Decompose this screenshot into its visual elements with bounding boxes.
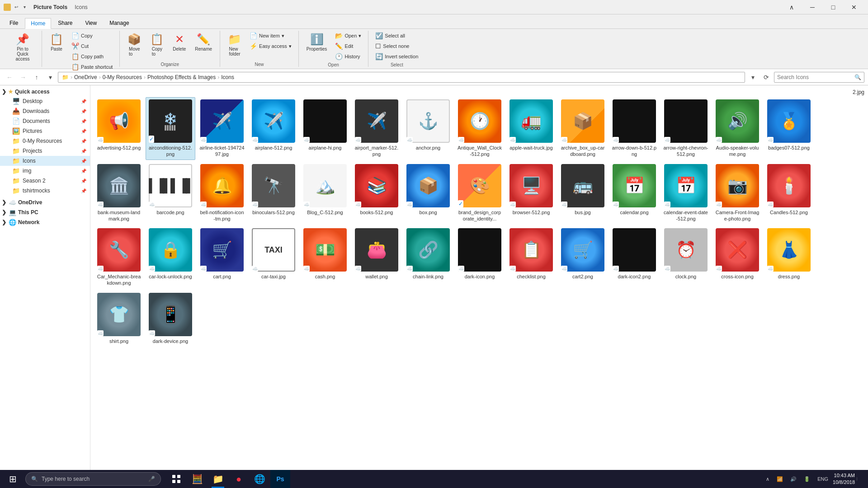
file-item[interactable]: ☁️ airplane-hi.png: [300, 97, 350, 160]
easy-access-btn[interactable]: ⚡ Easy access ▾: [246, 41, 295, 51]
history-btn[interactable]: 🕐 History: [332, 52, 364, 61]
volume-icon-task[interactable]: 🔊: [788, 474, 799, 484]
sidebar-network[interactable]: ❯ 🌐 Network: [0, 217, 90, 227]
file-item[interactable]: 📚 ☁️ books-512.png: [352, 162, 401, 225]
file-item[interactable]: ⏰ ☁️ clock.png: [661, 226, 711, 289]
file-item[interactable]: 🏔️ ☁️ Blog_C-512.png: [300, 162, 350, 225]
sidebar-item-projects[interactable]: 📁 Projects 📌: [0, 146, 90, 156]
sidebar-item-downloads[interactable]: 📥 Downloads 📌: [0, 106, 90, 116]
taskbar-explorer[interactable]: 📁: [208, 470, 228, 488]
file-item[interactable]: ✈️ ☁️ airplane-512.png: [249, 97, 298, 160]
address-dropdown-btn[interactable]: ▾: [747, 71, 759, 83]
quick-access-toolbar[interactable]: ↩: [13, 4, 20, 11]
select-all-btn[interactable]: ☑️ Select all: [372, 31, 421, 41]
file-item[interactable]: 📋 ☁️ checklist.png: [506, 226, 556, 289]
sidebar-item-tshirtmocks[interactable]: 📁 tshirtmocks 📌: [0, 186, 90, 196]
file-item[interactable]: ✈️ ☁️ airport_marker-512.png: [352, 97, 401, 160]
battery-icon-task[interactable]: 🔋: [801, 474, 813, 484]
path-my-resources[interactable]: 0-My Resources: [103, 74, 142, 80]
file-item[interactable]: ☁️ arrow-right-chevron-512.png: [661, 97, 711, 160]
file-item[interactable]: 💵 ☁️ cash.png: [300, 226, 350, 289]
file-item[interactable]: 🖥️ ☁️ browser-512.png: [506, 162, 556, 225]
file-item[interactable]: ⚓ ☁️ anchor.png: [403, 97, 453, 160]
taskbar-app-4[interactable]: ●: [229, 470, 249, 488]
taskbar-clock[interactable]: 10:43 AM 10/8/2018: [833, 472, 855, 486]
tab-file[interactable]: File: [4, 18, 24, 28]
path-photoshop[interactable]: Photoshop Effects & Images: [147, 74, 216, 80]
file-item[interactable]: 🚌 ☁️ bus.jpg: [558, 162, 608, 225]
file-item[interactable]: 📷 ☁️ Camera-Front-Image-photo.png: [712, 162, 762, 225]
new-folder-btn[interactable]: 📁 Newfolder: [224, 31, 245, 59]
start-button[interactable]: ⊞: [2, 470, 24, 488]
collapse-ribbon-btn[interactable]: ∧: [781, 0, 802, 14]
sidebar-section-quick-access[interactable]: ❯ ★ Quick access: [0, 87, 90, 96]
sidebar-item-my-resources[interactable]: 📁 0-My Resources 📌: [0, 136, 90, 146]
new-item-btn[interactable]: 📄 New item ▾: [246, 31, 295, 41]
file-item[interactable]: 🔭 ☁️ binoculars-512.png: [249, 162, 298, 225]
file-item[interactable]: ☁️ arrow-down-b-512.png: [609, 97, 659, 160]
copy-btn[interactable]: 📄 Copy: [68, 31, 116, 41]
select-none-btn[interactable]: ☐ Select none: [372, 41, 421, 51]
rename-btn[interactable]: ✏️ Rename: [191, 31, 216, 54]
file-item[interactable]: 🏛️ ☁️ bank-museum-landmark.png: [94, 162, 144, 225]
file-item[interactable]: ☁️ dark-icon2.png: [609, 226, 659, 289]
file-item[interactable]: 👗 ☁️ dress.png: [764, 226, 814, 289]
move-to-btn[interactable]: 📦 Moveto: [123, 31, 145, 59]
cut-btn[interactable]: ✂️ Cut: [68, 41, 116, 51]
sidebar-item-documents[interactable]: 📄 Documents 📌: [0, 116, 90, 126]
file-item[interactable]: 🔧 ☁️ Car_Mechanic-breakdown.png: [94, 226, 144, 289]
paste-shortcut-btn[interactable]: 📋 Paste shortcut: [68, 62, 116, 72]
taskbar-photoshop[interactable]: Ps: [270, 470, 290, 488]
sidebar-item-icons[interactable]: 📁 Icons 📌: [0, 156, 90, 166]
show-desktop-btn[interactable]: [857, 477, 863, 481]
paste-btn[interactable]: 📋 Paste: [46, 31, 67, 54]
path-icons[interactable]: Icons: [221, 74, 234, 80]
sidebar-onedrive[interactable]: ❯ ☁️ OneDrive: [0, 197, 90, 207]
file-item[interactable]: 🛒 ☁️ cart.png: [197, 226, 247, 289]
invert-selection-btn[interactable]: 🔄 Invert selection: [372, 52, 421, 61]
file-item[interactable]: ✈️ ☁️ airline-ticket-19472497.jpg: [197, 97, 247, 160]
sidebar-item-pictures[interactable]: 🖼️ Pictures 📌: [0, 126, 90, 136]
tab-manage[interactable]: Manage: [104, 18, 135, 28]
copy-path-btn[interactable]: 📋 Copy path: [68, 52, 116, 61]
address-path[interactable]: 📁 › OneDrive › 0-My Resources › Photosho…: [58, 72, 745, 83]
up-btn[interactable]: ↑: [31, 71, 42, 83]
sidebar-item-desktop[interactable]: 🖥️ Desktop 📌: [0, 96, 90, 106]
back-btn[interactable]: ←: [4, 71, 15, 83]
network-icon-task[interactable]: 📶: [774, 474, 786, 484]
sidebar-item-season2[interactable]: 📁 Season 2 📌: [0, 176, 90, 186]
taskbar-search[interactable]: 🔍 Type here to search 🎤: [25, 472, 161, 486]
language-indicator[interactable]: ENG: [815, 474, 831, 483]
delete-btn[interactable]: ✕ Delete: [169, 31, 190, 54]
tab-home[interactable]: Home: [25, 18, 51, 29]
file-item[interactable]: 📦 ☁️ box.png: [403, 162, 453, 225]
system-tray-up[interactable]: ∧: [763, 474, 772, 484]
refresh-btn[interactable]: ⟳: [760, 71, 772, 83]
search-input[interactable]: [777, 74, 853, 80]
file-item[interactable]: ❄️▌▌▌▌▌ ✓ airconditioning-512.png: [146, 97, 195, 160]
file-item[interactable]: 📦 ☁️ archive_box_up-cardboard.png: [558, 97, 608, 160]
sidebar-this-pc[interactable]: ❯ 💻 This PC: [0, 207, 90, 217]
file-item[interactable]: 👛 ☁️ wallet.png: [352, 226, 401, 289]
tab-share[interactable]: Share: [52, 18, 78, 28]
minimize-btn[interactable]: ─: [802, 0, 823, 14]
file-item[interactable]: 📅 ☁️ calendar.png: [609, 162, 659, 225]
taskbar-calc[interactable]: 🧮: [187, 470, 207, 488]
file-item[interactable]: 🔒 ☁️ car-lock-unlock.png: [146, 226, 195, 289]
maximize-btn[interactable]: □: [823, 0, 844, 14]
file-item[interactable]: 👕 ☁️ shirt.png: [94, 291, 144, 347]
copy-to-btn[interactable]: 📋 Copyto: [146, 31, 168, 59]
file-item[interactable]: TAXI ☁️ car-taxi.jpg: [249, 226, 298, 289]
taskbar-chrome[interactable]: 🌐: [250, 470, 269, 488]
file-item[interactable]: 🛒 ☁️ cart2.png: [558, 226, 608, 289]
file-item[interactable]: 🔔 ☁️ bell-notification-icon-tm.png: [197, 162, 247, 225]
properties-btn[interactable]: ℹ️ Properties: [302, 31, 331, 54]
recent-btn[interactable]: ▾: [44, 71, 56, 83]
pin-quick-access-btn[interactable]: 📌 Pin to Quick access: [7, 31, 38, 64]
close-btn[interactable]: ✕: [844, 0, 864, 14]
search-box[interactable]: 🔍: [774, 72, 864, 83]
file-item[interactable]: 🕐 ☁️ Antique_Wall_Clock-512.png: [455, 97, 505, 160]
undo-btn[interactable]: ▾: [21, 4, 28, 11]
tab-view[interactable]: View: [79, 18, 103, 28]
edit-btn[interactable]: ✏️ Edit: [332, 41, 364, 51]
